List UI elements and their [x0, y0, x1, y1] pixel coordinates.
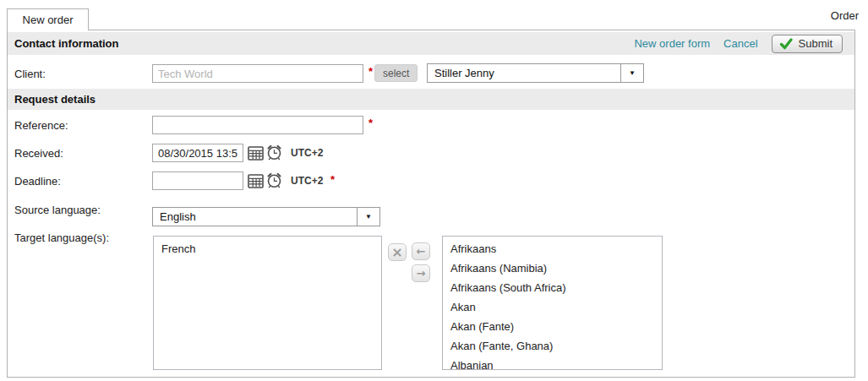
list-item[interactable]: Akan (Fante) [443, 317, 662, 336]
client-input[interactable] [152, 64, 363, 83]
reference-label: Reference: [14, 119, 68, 132]
client-required-marker: * [368, 65, 373, 78]
source-language-value: English [160, 208, 354, 226]
received-input[interactable] [152, 144, 243, 162]
list-item[interactable]: Afrikaans (Namibia) [443, 259, 662, 278]
tab-new-order[interactable]: New order [7, 8, 89, 30]
source-language-label: Source language: [14, 204, 101, 216]
list-item[interactable]: Albanian [443, 356, 662, 370]
new-order-page: { "window": { "corner_label": "Order" },… [0, 0, 868, 381]
remove-language-button[interactable]: × [388, 243, 407, 261]
source-language-dropdown[interactable]: English ▼ [152, 207, 380, 226]
check-icon [779, 38, 793, 50]
submit-button[interactable]: Submit [772, 35, 843, 53]
contact-information-header: Contact information New order form Cance… [8, 32, 854, 55]
move-right-icon[interactable]: → [412, 264, 430, 282]
clock-icon[interactable] [265, 171, 283, 189]
contact-person-value: Stiller Jenny [434, 64, 618, 82]
order-corner-label: Order [831, 9, 859, 22]
deadline-timezone: UTC+2 [291, 175, 323, 187]
cancel-link[interactable]: Cancel [723, 37, 757, 50]
list-item[interactable]: Afrikaans (South Africa) [443, 278, 662, 297]
list-item[interactable]: Akan (Fante, Ghana) [443, 336, 662, 356]
target-languages-label: Target language(s): [14, 231, 109, 244]
request-section-title: Request details [8, 93, 96, 106]
client-label: Client: [14, 68, 46, 80]
deadline-input[interactable] [152, 171, 243, 190]
reference-input[interactable] [152, 116, 363, 134]
client-select-button[interactable]: select [374, 64, 418, 82]
received-timezone: UTC+2 [291, 147, 323, 159]
chevron-down-icon[interactable]: ▼ [357, 208, 379, 226]
chevron-down-icon[interactable]: ▼ [620, 64, 643, 82]
target-languages-available-listbox[interactable]: AfrikaansAfrikaans (Namibia)Afrikaans (S… [442, 236, 663, 370]
request-details-header: Request details [8, 89, 854, 110]
list-item[interactable]: Afrikaans [443, 239, 662, 259]
tab-new-order-label: New order [23, 14, 74, 26]
list-item[interactable]: Akan [443, 297, 662, 317]
header-actions: New order form Cancel Submit [634, 35, 854, 53]
deadline-required-marker: * [330, 173, 335, 186]
deadline-label: Deadline: [14, 175, 61, 188]
target-languages-selected-listbox[interactable]: French [153, 236, 382, 370]
clock-icon[interactable] [265, 144, 283, 161]
order-form-panel: Contact information New order form Cance… [7, 30, 855, 378]
submit-button-label: Submit [799, 37, 833, 50]
new-order-form-link[interactable]: New order form [634, 37, 710, 50]
received-label: Received: [14, 147, 63, 160]
calendar-icon[interactable] [248, 145, 264, 161]
reference-required-marker: * [368, 117, 373, 129]
contact-person-dropdown[interactable]: Stiller Jenny ▼ [427, 63, 644, 83]
move-left-icon[interactable]: ← [412, 242, 430, 260]
contact-section-title: Contact information [8, 37, 119, 50]
calendar-icon[interactable] [248, 173, 264, 189]
list-item[interactable]: French [154, 239, 381, 259]
